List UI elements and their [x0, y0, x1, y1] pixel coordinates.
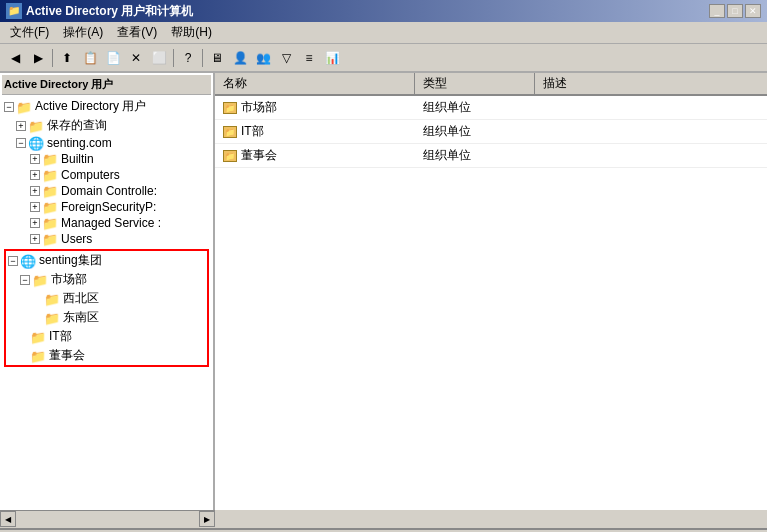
table-button[interactable]: ≡ — [298, 47, 320, 69]
expand-senting-com[interactable]: − — [16, 138, 26, 148]
back-button[interactable]: ◀ — [4, 47, 26, 69]
tree-item-managed-service[interactable]: + 📁 Managed Service : — [2, 215, 211, 231]
window: 📁 Active Directory 用户和计算机 _ □ ✕ 文件(F) 操作… — [0, 0, 767, 532]
dc-label: Domain Controlle: — [61, 184, 157, 198]
tree-item-southeast[interactable]: 📁 东南区 — [6, 308, 207, 327]
tree-item-computers[interactable]: + 📁 Computers — [2, 167, 211, 183]
expand-ms[interactable]: + — [30, 218, 40, 228]
builtin-label: Builtin — [61, 152, 94, 166]
tree-item-northwest[interactable]: 📁 西北区 — [6, 289, 207, 308]
tree-item-foreign-security[interactable]: + 📁 ForeignSecurityP: — [2, 199, 211, 215]
tree-item-market-dept[interactable]: − 📁 市场部 — [6, 270, 207, 289]
window-title: Active Directory 用户和计算机 — [26, 3, 193, 20]
list-cell-board-desc — [535, 155, 767, 157]
expand-users[interactable]: + — [30, 234, 40, 244]
board-icon: 📁 — [30, 349, 46, 363]
expand-fsp[interactable]: + — [30, 202, 40, 212]
list-row-it[interactable]: 📁 IT部 组织单位 — [215, 120, 767, 144]
expand-root[interactable]: − — [4, 102, 14, 112]
menu-file[interactable]: 文件(F) — [4, 22, 55, 43]
forward-button[interactable]: ▶ — [27, 47, 49, 69]
menu-help[interactable]: 帮助(H) — [165, 22, 218, 43]
expand-dc[interactable]: + — [30, 186, 40, 196]
computers-label: Computers — [61, 168, 120, 182]
market-ou-icon: 📁 — [223, 102, 237, 114]
up-button[interactable]: ⬆ — [56, 47, 78, 69]
group-button[interactable]: 👥 — [252, 47, 274, 69]
minimize-button[interactable]: _ — [709, 4, 725, 18]
export-button[interactable]: 📊 — [321, 47, 343, 69]
expand-builtin[interactable]: + — [30, 154, 40, 164]
ms-icon: 📁 — [42, 216, 58, 230]
dc-icon: 📁 — [42, 184, 58, 198]
tree-item-senting-group[interactable]: − 🌐 senting集团 — [6, 251, 207, 270]
copy-button[interactable]: 📋 — [79, 47, 101, 69]
close-button[interactable]: ✕ — [745, 4, 761, 18]
fsp-label: ForeignSecurityP: — [61, 200, 156, 214]
list-cell-board-name: 📁 董事会 — [215, 146, 415, 165]
it-label: IT部 — [49, 328, 72, 345]
list-cell-it-desc — [535, 131, 767, 133]
title-controls: _ □ ✕ — [709, 4, 761, 18]
tree-item-domain-controllers[interactable]: + 📁 Domain Controlle: — [2, 183, 211, 199]
list-row-board[interactable]: 📁 董事会 组织单位 — [215, 144, 767, 168]
maximize-button[interactable]: □ — [727, 4, 743, 18]
col-header-desc[interactable]: 描述 — [535, 73, 767, 94]
senting-group-icon: 🌐 — [20, 254, 36, 268]
scroll-left-btn[interactable]: ◀ — [0, 511, 16, 527]
help-button[interactable]: ? — [177, 47, 199, 69]
computer-button[interactable]: 🖥 — [206, 47, 228, 69]
main-area: Active Directory 用户 − 📁 Active Directory… — [0, 72, 767, 510]
ms-label: Managed Service : — [61, 216, 161, 230]
expand-saved-queries[interactable]: + — [16, 121, 26, 131]
southeast-label: 东南区 — [63, 309, 99, 326]
status-bar — [0, 528, 767, 532]
scroll-right-btn[interactable]: ▶ — [199, 511, 215, 527]
scroll-track[interactable] — [16, 511, 199, 527]
tree-panel: Active Directory 用户 − 📁 Active Directory… — [0, 73, 215, 510]
expand-market[interactable]: − — [20, 275, 30, 285]
senting-com-icon: 🌐 — [28, 136, 44, 150]
toolbar-sep-2 — [173, 49, 174, 67]
fsp-icon: 📁 — [42, 200, 58, 214]
builtin-icon: 📁 — [42, 152, 58, 166]
paste-button[interactable]: 📄 — [102, 47, 124, 69]
board-name-text: 董事会 — [241, 147, 277, 164]
tree-item-users[interactable]: + 📁 Users — [2, 231, 211, 247]
tree-item-board[interactable]: 📁 董事会 — [6, 346, 207, 365]
expand-computers[interactable]: + — [30, 170, 40, 180]
tree-item-senting-com[interactable]: − 🌐 senting.com — [2, 135, 211, 151]
tree-item-builtin[interactable]: + 📁 Builtin — [2, 151, 211, 167]
title-bar-left: 📁 Active Directory 用户和计算机 — [6, 3, 193, 20]
senting-group-label: senting集团 — [39, 252, 102, 269]
expand-senting-group[interactable]: − — [8, 256, 18, 266]
market-label: 市场部 — [51, 271, 87, 288]
user-button[interactable]: 👤 — [229, 47, 251, 69]
menu-action[interactable]: 操作(A) — [57, 22, 109, 43]
users-icon: 📁 — [42, 232, 58, 246]
northwest-icon: 📁 — [44, 292, 60, 306]
toolbar-sep-3 — [202, 49, 203, 67]
menu-view[interactable]: 查看(V) — [111, 22, 163, 43]
market-icon: 📁 — [32, 273, 48, 287]
market-name-text: 市场部 — [241, 99, 277, 116]
col-header-name[interactable]: 名称 — [215, 73, 415, 94]
tree-item-root[interactable]: − 📁 Active Directory 用户 — [2, 97, 211, 116]
toolbar-sep-1 — [52, 49, 53, 67]
list-row-market[interactable]: 📁 市场部 组织单位 — [215, 96, 767, 120]
delete-button[interactable]: ✕ — [125, 47, 147, 69]
saved-queries-icon: 📁 — [28, 119, 44, 133]
filter-button[interactable]: ▽ — [275, 47, 297, 69]
properties-button[interactable]: ⬜ — [148, 47, 170, 69]
tree-item-saved-queries[interactable]: + 📁 保存的查询 — [2, 116, 211, 135]
users-label: Users — [61, 232, 92, 246]
board-label: 董事会 — [49, 347, 85, 364]
col-header-type[interactable]: 类型 — [415, 73, 535, 94]
list-cell-it-type: 组织单位 — [415, 122, 535, 141]
it-icon: 📁 — [30, 330, 46, 344]
list-cell-market-desc — [535, 107, 767, 109]
root-icon: 📁 — [16, 100, 32, 114]
tree-item-it-dept[interactable]: 📁 IT部 — [6, 327, 207, 346]
list-cell-market-type: 组织单位 — [415, 98, 535, 117]
tree-scrollbar: ◀ ▶ — [0, 510, 215, 528]
